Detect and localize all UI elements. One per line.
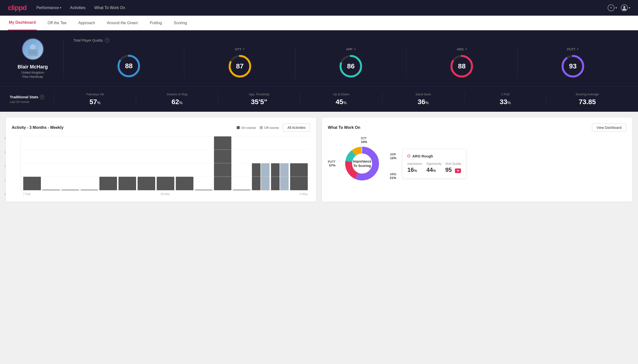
app-logo[interactable]: clippd (8, 4, 27, 12)
nav-activities[interactable]: Activities (70, 6, 85, 10)
stat-label: Up & Down (333, 92, 349, 96)
total-quality-label: Total Player Quality ? (73, 38, 628, 42)
stats-label-group: Traditional Stats ? Last 20 rounds (10, 95, 54, 104)
tab-around-the-green[interactable]: Around the Green (106, 16, 139, 30)
info-card-title: ARG Rough (407, 154, 461, 158)
bar-group (138, 177, 155, 190)
nav-links: Performance ▾ Activities What To Work On (36, 6, 598, 10)
nav-what-to-work-on[interactable]: What To Work On (94, 6, 125, 10)
putt-circle: 93 (561, 54, 585, 78)
on-course-bar (118, 177, 136, 190)
scores-section: Total Player Quality ? 88 OTT ↗ (64, 38, 628, 78)
off-course-dot (260, 126, 263, 129)
ott-score-value: 87 (236, 62, 244, 70)
user-icon[interactable]: ▾ (621, 4, 630, 11)
stat-value: 45% (336, 98, 347, 106)
stat-scoring-average: Scoring Average 73.85 (546, 92, 628, 106)
tab-off-the-tee[interactable]: Off the Tee (47, 16, 68, 30)
stats-help-icon[interactable]: ? (40, 95, 44, 99)
stat-label: Fairways Hit (86, 92, 104, 96)
tab-approach[interactable]: Approach (77, 16, 96, 30)
on-course-bar (138, 177, 155, 190)
stat-value: 36% (418, 98, 429, 106)
tab-my-dashboard[interactable]: My Dashboard (8, 16, 37, 30)
off-course-bar (280, 163, 289, 190)
bar-group (118, 177, 136, 190)
on-course-bar (42, 190, 60, 190)
off-course-bar (261, 163, 270, 190)
all-activities-button[interactable]: All Activities (283, 124, 310, 132)
bottom-section: Activity - 3 Months - Weekly On course O… (0, 112, 638, 208)
profile-name: Blair McHarg (18, 64, 48, 70)
main-score-value: 88 (125, 62, 133, 70)
nav-performance[interactable]: Performance ▾ (36, 6, 61, 10)
donut-center-text: Importance To Scoring (353, 159, 371, 168)
arg-donut-label: ARG 21% (390, 172, 396, 180)
ott-circle: 87 (228, 54, 252, 78)
on-course-bar (23, 177, 41, 190)
tab-scoring[interactable]: Scoring (173, 16, 188, 30)
info-stat-opportunity: Opportunity 44% (426, 162, 442, 173)
donut-chart: Importance To Scoring (342, 144, 382, 183)
view-dashboard-button[interactable]: View Dashboard (592, 124, 626, 132)
stat-value: 57% (89, 98, 100, 106)
info-stat-importance: Importance 16% (407, 162, 423, 173)
stat-label: Sand Save (415, 92, 431, 96)
app-label: APP ↗ (346, 48, 356, 51)
grid-line-4 (21, 136, 310, 136)
donut-wrapper: PUTT 57% OTT 10% APP 12% ARG 21% (328, 137, 396, 190)
add-icon[interactable]: + ▾ (608, 4, 617, 11)
on-course-bar (214, 136, 232, 190)
top-nav: clippd Performance ▾ Activities What To … (0, 0, 638, 16)
sub-nav: My Dashboard Off the Tee Approach Around… (0, 16, 638, 30)
ott-donut-label: OTT 10% (361, 137, 367, 144)
on-course-bar (195, 190, 212, 190)
stat-app-proximity: App. Proximity 35'5" (218, 92, 300, 106)
arg-score-value: 88 (458, 62, 466, 70)
stat-label: App. Proximity (249, 92, 269, 96)
grid-line-1 (21, 176, 310, 177)
grid-line-3 (21, 150, 310, 150)
app-trend-icon: ↗ (353, 48, 356, 51)
stat-value: 62% (172, 98, 183, 106)
profile-section: Blair McHarg United Kingdom Plus Handica… (10, 38, 64, 78)
app-score-item: APP ↗ 86 (296, 48, 406, 78)
on-course-bar (81, 190, 98, 190)
info-stats-grid: Importance 16% Opportunity 44% Shot Qual… (407, 162, 461, 173)
svg-point-3 (623, 6, 625, 8)
stat-greens-in-reg: Greens In Reg 62% (136, 92, 218, 106)
what-to-work-title: What To Work On (328, 126, 360, 130)
stat-value: 35'5" (251, 98, 267, 106)
bar-group (233, 190, 251, 190)
stat-label: 1 Putt (501, 92, 509, 96)
bar-group (252, 163, 270, 190)
panel-actions: On course Off course All Activities (237, 124, 310, 132)
panel-header: Activity - 3 Months - Weekly On course O… (12, 124, 310, 132)
hero-section: Blair McHarg United Kingdom Plus Handica… (0, 30, 638, 86)
total-quality-help-icon[interactable]: ? (105, 38, 109, 42)
putt-score-item: PUTT ↗ 93 (518, 48, 628, 78)
stat-sand-save: Sand Save 36% (382, 92, 464, 106)
arg-circle: 88 (450, 54, 474, 78)
ott-label: OTT ↗ (235, 48, 245, 51)
profile-handicap: Plus Handicap (23, 75, 43, 78)
legend-off-course: Off course (260, 126, 279, 130)
bar-group (23, 177, 41, 190)
on-course-dot (237, 126, 240, 129)
legend-on-course: On course (237, 126, 256, 130)
bar-group (42, 190, 60, 190)
arg-score-item: ARG ↗ 88 (406, 48, 517, 78)
putt-trend-icon: ↗ (576, 48, 578, 51)
tab-putting[interactable]: Putting (149, 16, 163, 30)
shot-quality-badge: ▼ (455, 168, 461, 173)
stat-label: Greens In Reg (167, 92, 187, 96)
main-score-item: 88 (73, 48, 184, 78)
bar-group (271, 163, 289, 190)
arg-label: ARG ↗ (457, 48, 467, 51)
on-course-bar (252, 163, 261, 190)
putt-score-value: 93 (569, 62, 576, 70)
ott-score-item: OTT ↗ 87 (184, 48, 295, 78)
stats-grid: Fairways Hit 57% Greens In Reg 62% App. … (54, 92, 628, 106)
arg-trend-icon: ↗ (465, 48, 467, 51)
bar-group (290, 163, 308, 190)
